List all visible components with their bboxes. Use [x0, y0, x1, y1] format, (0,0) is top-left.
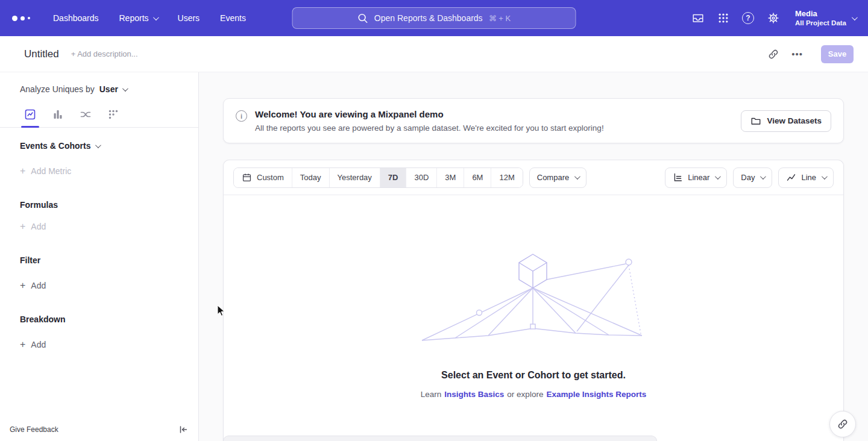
banner-title: Welcome! You are viewing a Mixpanel demo — [255, 109, 604, 119]
range-3m[interactable]: 3M — [436, 168, 464, 187]
formulas-section: Formulas — [20, 200, 198, 210]
linear-scale-icon — [673, 172, 683, 183]
global-search-input[interactable]: Open Reports & Dashboards ⌘ + K — [292, 7, 576, 29]
chevron-down-icon — [122, 86, 128, 92]
date-range-group: Custom Today Yesterday 7D 30D 3M 6M 12M — [233, 167, 523, 188]
chevron-down-icon — [852, 14, 858, 20]
calendar-icon — [242, 172, 252, 183]
info-icon: i — [236, 110, 247, 122]
add-metric-button[interactable]: + Add Metric — [20, 166, 198, 176]
settings-gear-icon[interactable] — [767, 11, 780, 25]
bar-chart-icon — [52, 108, 64, 120]
share-link-fab[interactable] — [829, 411, 856, 437]
report-title[interactable]: Untitled — [24, 48, 59, 60]
nav-events[interactable]: Events — [220, 13, 246, 23]
filter-section: Filter — [20, 255, 198, 265]
search-placeholder: Open Reports & Dashboards — [374, 13, 483, 23]
mixpanel-logo[interactable] — [12, 16, 40, 21]
empty-state: Select an Event or Cohort to get started… — [224, 195, 843, 441]
add-formula-button[interactable]: + Add — [20, 222, 198, 231]
banner-body: All the reports you see are powered by a… — [255, 124, 604, 133]
query-builder-sidebar: Analyze Uniques by User — [0, 72, 199, 441]
more-options-icon[interactable]: ••• — [791, 49, 803, 59]
chevron-down-icon — [153, 14, 159, 20]
link-icon — [837, 418, 849, 430]
range-7d[interactable]: 7D — [380, 168, 406, 187]
breakdown-section: Breakdown — [20, 314, 198, 324]
metric-type-tabs — [0, 103, 198, 128]
range-6m[interactable]: 6M — [464, 168, 491, 187]
insights-basics-link[interactable]: Insights Basics — [444, 390, 504, 399]
range-custom[interactable]: Custom — [234, 168, 292, 187]
project-subtitle: All Project Data — [795, 19, 846, 27]
primary-nav: Dashboards Reports Users Events — [53, 13, 246, 23]
tab-retention[interactable] — [99, 103, 127, 127]
project-selector[interactable]: Media All Project Data — [795, 9, 856, 28]
flows-icon — [80, 108, 92, 120]
help-icon[interactable]: ? — [742, 12, 754, 24]
search-shortcut: ⌘ + K — [489, 14, 511, 23]
nav-reports[interactable]: Reports — [119, 13, 157, 23]
report-canvas: i Welcome! You are viewing a Mixpanel de… — [199, 72, 868, 441]
insights-chart-card: Custom Today Yesterday 7D 30D 3M 6M 12M … — [223, 160, 844, 441]
example-insights-reports-link[interactable]: Example Insights Reports — [546, 390, 646, 399]
collapse-sidebar-icon[interactable] — [178, 424, 189, 435]
analyze-label: Analyze Uniques by — [20, 84, 95, 94]
analyze-by-dropdown[interactable]: User — [99, 84, 127, 94]
tab-flows[interactable] — [72, 103, 99, 127]
save-button[interactable]: Save — [821, 45, 854, 63]
range-30d[interactable]: 30D — [406, 168, 436, 187]
chevron-down-icon — [822, 174, 828, 180]
chevron-down-icon — [760, 174, 766, 180]
empty-state-subtitle: Learn Insights Basics or explore Example… — [421, 390, 646, 399]
plus-icon: + — [20, 281, 25, 290]
chart-controls: Custom Today Yesterday 7D 30D 3M 6M 12M … — [224, 160, 843, 195]
events-cohorts-section[interactable]: Events & Cohorts — [20, 141, 198, 151]
tab-insights[interactable] — [16, 103, 44, 127]
nav-dashboards[interactable]: Dashboards — [53, 13, 99, 23]
empty-state-illustration — [419, 253, 648, 343]
report-header: Untitled + Add description... ••• Save — [0, 36, 868, 72]
range-today[interactable]: Today — [292, 168, 329, 187]
insights-chart-icon — [24, 108, 36, 120]
range-yesterday[interactable]: Yesterday — [329, 168, 380, 187]
chevron-down-icon — [715, 174, 721, 180]
nav-users[interactable]: Users — [178, 13, 200, 23]
folder-icon — [750, 116, 761, 127]
tab-funnels[interactable] — [44, 103, 72, 127]
demo-welcome-banner: i Welcome! You are viewing a Mixpanel de… — [223, 98, 844, 143]
retention-grid-icon — [107, 108, 119, 120]
compare-dropdown[interactable]: Compare — [529, 167, 587, 188]
add-filter-button[interactable]: + Add — [20, 281, 198, 290]
top-nav: Dashboards Reports Users Events Open Rep… — [0, 0, 868, 36]
search-icon — [357, 13, 368, 23]
scale-dropdown[interactable]: Linear — [665, 167, 727, 188]
chevron-down-icon — [574, 174, 580, 180]
plus-icon: + — [20, 340, 25, 349]
give-feedback-link[interactable]: Give Feedback — [10, 425, 58, 434]
copy-link-icon[interactable] — [767, 48, 779, 60]
inbox-icon[interactable] — [691, 11, 705, 25]
plus-icon: + — [20, 222, 25, 231]
plus-icon: + — [20, 166, 25, 176]
line-chart-icon — [786, 172, 796, 183]
add-breakdown-button[interactable]: + Add — [20, 340, 198, 349]
range-12m[interactable]: 12M — [491, 168, 522, 187]
view-datasets-button[interactable]: View Datasets — [741, 110, 831, 132]
apps-grid-icon[interactable] — [717, 12, 729, 24]
chart-type-dropdown[interactable]: Line — [778, 167, 834, 188]
project-name: Media — [795, 9, 846, 19]
lower-panel-edge[interactable] — [223, 436, 657, 441]
chevron-down-icon — [95, 142, 101, 148]
empty-state-title: Select an Event or Cohort to get started… — [441, 370, 626, 381]
report-description-placeholder[interactable]: + Add description... — [71, 49, 138, 58]
interval-dropdown[interactable]: Day — [733, 167, 772, 188]
